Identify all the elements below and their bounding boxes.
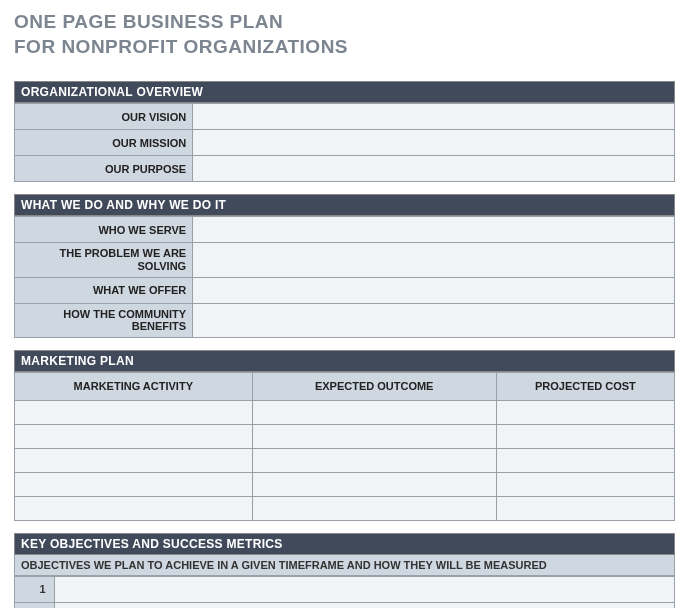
cell-cost[interactable] (496, 448, 674, 472)
objective-number: 1 (15, 576, 55, 602)
col-header-cost: PROJECTED COST (496, 372, 674, 400)
cell-cost[interactable] (496, 424, 674, 448)
row-label: OUR PURPOSE (15, 156, 193, 182)
row-value[interactable] (193, 243, 675, 277)
objectives-subheader: OBJECTIVES WE PLAN TO ACHIEVE IN A GIVEN… (14, 555, 675, 576)
cell-activity[interactable] (15, 400, 253, 424)
marketing-table: MARKETING ACTIVITY EXPECTED OUTCOME PROJ… (14, 372, 675, 521)
table-row: OUR MISSION (15, 130, 675, 156)
section-header-overview: ORGANIZATIONAL OVERVIEW (14, 81, 675, 103)
section-marketing: MARKETING PLAN MARKETING ACTIVITY EXPECT… (14, 350, 675, 521)
table-row: WHO WE SERVE (15, 217, 675, 243)
title-line-2: FOR NONPROFIT ORGANIZATIONS (14, 35, 675, 60)
cell-activity[interactable] (15, 424, 253, 448)
cell-cost[interactable] (496, 400, 674, 424)
table-row: OUR PURPOSE (15, 156, 675, 182)
what-we-do-table: WHO WE SERVE THE PROBLEM WE ARE SOLVING … (14, 216, 675, 338)
row-value[interactable] (193, 303, 675, 337)
section-header-objectives: KEY OBJECTIVES AND SUCCESS METRICS (14, 533, 675, 555)
table-row (15, 448, 675, 472)
row-value[interactable] (193, 217, 675, 243)
cell-outcome[interactable] (252, 472, 496, 496)
row-value[interactable] (193, 130, 675, 156)
title-line-1: ONE PAGE BUSINESS PLAN (14, 10, 675, 35)
row-label: THE PROBLEM WE ARE SOLVING (15, 243, 193, 277)
table-row: 1 (15, 576, 675, 602)
objectives-table: 1 2 3 (14, 576, 675, 608)
section-header-what-we-do: WHAT WE DO AND WHY WE DO IT (14, 194, 675, 216)
page-container: ONE PAGE BUSINESS PLAN FOR NONPROFIT ORG… (0, 0, 689, 608)
table-row: THE PROBLEM WE ARE SOLVING (15, 243, 675, 277)
row-label: OUR VISION (15, 104, 193, 130)
table-row (15, 424, 675, 448)
table-row (15, 400, 675, 424)
page-title: ONE PAGE BUSINESS PLAN FOR NONPROFIT ORG… (14, 8, 675, 69)
table-row (15, 472, 675, 496)
row-value[interactable] (193, 277, 675, 303)
objective-value[interactable] (54, 576, 674, 602)
cell-activity[interactable] (15, 496, 253, 520)
section-overview: ORGANIZATIONAL OVERVIEW OUR VISION OUR M… (14, 81, 675, 182)
cell-activity[interactable] (15, 472, 253, 496)
objective-number: 2 (15, 602, 55, 608)
table-row: HOW THE COMMUNITY BENEFITS (15, 303, 675, 337)
section-what-we-do: WHAT WE DO AND WHY WE DO IT WHO WE SERVE… (14, 194, 675, 338)
row-label: WHO WE SERVE (15, 217, 193, 243)
row-value[interactable] (193, 104, 675, 130)
overview-table: OUR VISION OUR MISSION OUR PURPOSE (14, 103, 675, 182)
row-label: HOW THE COMMUNITY BENEFITS (15, 303, 193, 337)
col-header-outcome: EXPECTED OUTCOME (252, 372, 496, 400)
cell-outcome[interactable] (252, 424, 496, 448)
cell-cost[interactable] (496, 496, 674, 520)
cell-activity[interactable] (15, 448, 253, 472)
col-header-activity: MARKETING ACTIVITY (15, 372, 253, 400)
table-header-row: MARKETING ACTIVITY EXPECTED OUTCOME PROJ… (15, 372, 675, 400)
table-row (15, 496, 675, 520)
section-objectives: KEY OBJECTIVES AND SUCCESS METRICS OBJEC… (14, 533, 675, 608)
table-row: WHAT WE OFFER (15, 277, 675, 303)
table-row: 2 (15, 602, 675, 608)
row-label: OUR MISSION (15, 130, 193, 156)
table-row: OUR VISION (15, 104, 675, 130)
cell-outcome[interactable] (252, 400, 496, 424)
cell-outcome[interactable] (252, 496, 496, 520)
section-header-marketing: MARKETING PLAN (14, 350, 675, 372)
row-label: WHAT WE OFFER (15, 277, 193, 303)
row-value[interactable] (193, 156, 675, 182)
objective-value[interactable] (54, 602, 674, 608)
cell-outcome[interactable] (252, 448, 496, 472)
cell-cost[interactable] (496, 472, 674, 496)
